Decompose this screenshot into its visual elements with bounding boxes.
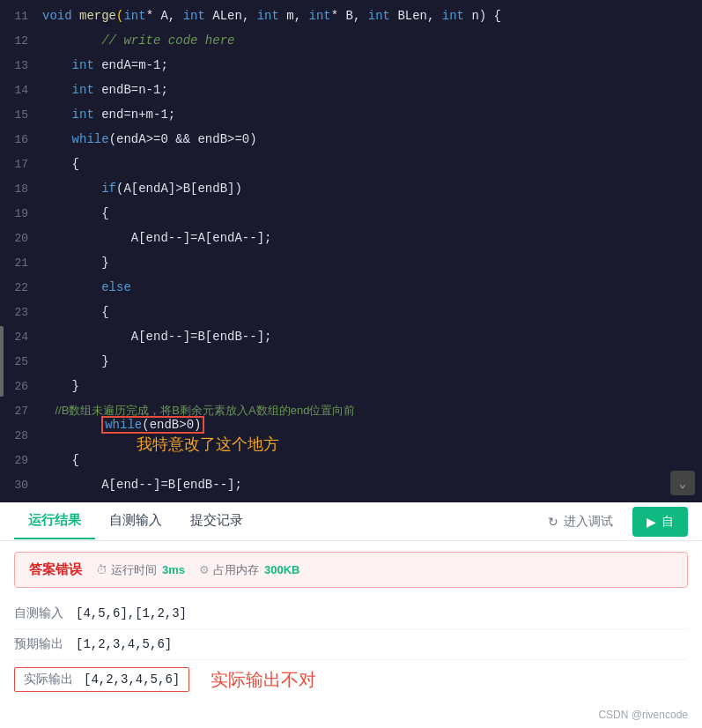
code-line-22: 22 else [0,275,702,300]
bottom-panel: 运行结果 自测输入 提交记录 ↻ 进入调试 ▶ 自 答案错误 ⏱ 运行时间 3m… [0,502,702,728]
tabs-bar: 运行结果 自测输入 提交记录 ↻ 进入调试 ▶ 自 [0,502,702,541]
tab-test-input[interactable]: 自测输入 [95,503,176,539]
code-line-25: 25 } [0,349,702,374]
run-button[interactable]: ▶ 自 [632,507,688,537]
line-num-27: 27 [0,405,42,418]
code-line-11: 11 void merge(int* A, int ALen, int m, i… [0,4,702,28]
code-line-18: 18 if(A[endA]>B[endB]) [0,176,702,201]
line-num-26: 26 [0,380,42,393]
debug-label: 进入调试 [564,514,613,530]
line-num-25: 25 [0,355,42,368]
line-num-24: 24 [0,331,42,344]
error-label: 答案错误 [29,561,82,578]
play-icon: ▶ [647,515,656,529]
line-num-11: 11 [0,10,42,23]
line-content-26: } [42,379,79,393]
wrong-note: 实际输出不对 [211,668,316,692]
result-area: 答案错误 ⏱ 运行时间 3ms ⚙ 占用内存 300KB 自测输入 [4,5,6… [0,541,702,709]
actual-output-row: 实际输出 [4,2,3,4,5,6] 实际输出不对 [14,660,688,699]
actual-value: [4,2,3,4,5,6] [84,672,180,687]
actual-label: 实际输出 [24,672,73,687]
line-content-23: { [42,305,109,319]
line-content-24: A[end--]=B[endB--]; [42,330,271,344]
chip-icon: ⚙ [199,563,210,576]
code-line-14: 14 int endB=n-1; [0,78,702,102]
expected-label: 预期输出 [14,636,76,652]
while-box: while(endB>0) [101,416,204,434]
line-num-19: 19 [0,207,42,220]
line-content-14: int endB=n-1; [42,83,168,97]
code-line-21: 21 } [0,250,702,275]
line-num-16: 16 [0,133,42,146]
line-num-23: 23 [0,306,42,319]
actual-box: 实际输出 [4,2,3,4,5,6] [14,667,189,692]
time-info: ⏱ 运行时间 3ms [96,562,185,578]
code-line-30: 30 A[end--]=B[endB--]; [0,472,702,497]
line-num-21: 21 [0,256,42,270]
debug-button[interactable]: ↻ 进入调试 [539,509,622,535]
code-line-13: 13 int endA=m-1; [0,53,702,78]
line-content-17: { [42,157,79,171]
line-content-12: // write code here [42,33,234,48]
line-num-15: 15 [0,108,42,122]
line-num-30: 30 [0,479,42,492]
left-side-indicator [0,326,4,397]
memory-value: 300KB [264,563,299,576]
line-content-22: else [42,280,131,294]
tab-run-result[interactable]: 运行结果 [14,503,95,539]
line-num-22: 22 [0,281,42,294]
tab-submit-record[interactable]: 提交记录 [176,503,257,539]
chinese-note: 我特意改了这个地方 [137,435,279,453]
line-content-16: while(endA>=0 && endB>=0) [42,132,257,146]
run-label: 自 [661,514,674,530]
test-input-row: 自测输入 [4,5,6],[1,2,3] [14,598,688,629]
scroll-down-button[interactable]: ⌄ [670,471,695,495]
tab-right-actions: ↻ 进入调试 ▶ 自 [539,507,688,537]
test-input-value: [4,5,6],[1,2,3] [76,606,187,620]
code-line-23: 23 { [0,300,702,324]
refresh-icon: ↻ [548,515,558,529]
code-line-24: 24 A[end--]=B[endB--]; [0,324,702,349]
code-line-16: 16 while(endA>=0 && endB>=0) [0,127,702,152]
line-num-13: 13 [0,59,42,72]
line-content-20: A[end--]=A[endA--]; [42,231,271,245]
expected-value: [1,2,3,4,5,6] [76,637,172,651]
code-lines: 11 void merge(int* A, int ALen, int m, i… [0,0,702,502]
memory-info: ⚙ 占用内存 300KB [199,562,299,578]
expected-output-row: 预期输出 [1,2,3,4,5,6] [14,629,688,660]
code-editor: 11 void merge(int* A, int ALen, int m, i… [0,0,702,502]
code-line-17: 17 { [0,152,702,176]
watermark: CSDN @rivencode [598,709,688,721]
time-value: 3ms [162,563,185,576]
line-num-17: 17 [0,158,42,171]
code-line-15: 15 int end=n+m-1; [0,102,702,127]
line-content-18: if(A[endA]>B[endB]) [42,182,242,196]
clock-icon: ⏱ [96,563,107,576]
line-content-21: } [42,256,109,270]
line-content-25: } [42,354,109,368]
error-banner: 答案错误 ⏱ 运行时间 3ms ⚙ 占用内存 300KB [14,552,688,588]
code-line-12: 12 // write code here [0,28,702,53]
line-content-11: void merge(int* A, int ALen, int m, int*… [42,9,501,23]
line-num-28: 28 [0,429,42,442]
code-line-26: 26 } [0,374,702,398]
line-num-20: 20 [0,232,42,245]
code-line-28: 28 while(endB>0) 我特意改了这个地方 [0,423,702,448]
line-content-13: int endA=m-1; [42,58,168,72]
time-label: 运行时间 [111,562,157,578]
test-input-label: 自测输入 [14,605,76,621]
code-line-20: 20 A[end--]=A[endA--]; [0,226,702,250]
line-num-18: 18 [0,182,42,196]
memory-label: 占用内存 [213,562,259,578]
line-content-28: while(endB>0) 我特意改了这个地方 [42,402,279,469]
line-num-29: 29 [0,454,42,467]
line-content-30: A[end--]=B[endB--]; [42,478,242,492]
line-num-14: 14 [0,84,42,97]
code-line-19: 19 { [0,201,702,226]
line-content-15: int end=n+m-1; [42,108,175,122]
line-num-12: 12 [0,34,42,48]
line-content-19: { [42,206,109,220]
